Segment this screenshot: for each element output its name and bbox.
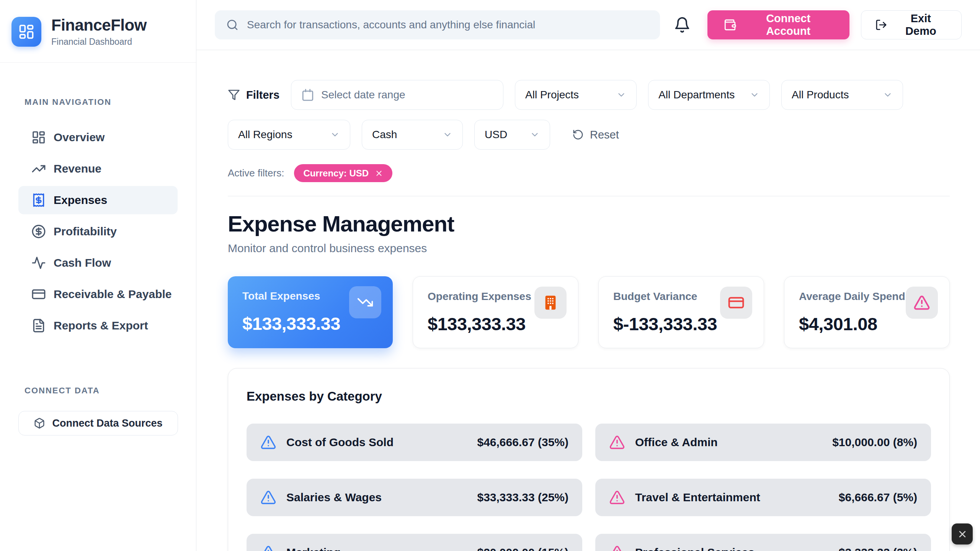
basis-select[interactable]: Cash xyxy=(362,120,463,150)
credit-card-icon xyxy=(720,287,752,319)
regions-select[interactable]: All Regions xyxy=(228,120,350,150)
category-item-professional-services: Professional Services $3,333.33 (3%) xyxy=(595,534,931,551)
sidebar: FinanceFlow Financial Dashboard MAIN NAV… xyxy=(0,0,196,551)
remove-filter-icon[interactable] xyxy=(375,169,383,178)
nav-section-heading: MAIN NAVIGATION xyxy=(0,97,196,107)
sidebar-item-label: Overview xyxy=(54,131,105,144)
category-label: Office & Admin xyxy=(635,436,718,449)
active-filter-chip-label: Currency: USD xyxy=(303,168,369,179)
filters-tag: Filters xyxy=(228,89,279,101)
active-filters-row: Active filters: Currency: USD xyxy=(228,164,950,182)
stat-card-budget-variance: Budget Variance $-133,333.33 xyxy=(598,276,764,348)
sidebar-item-label: Receivable & Payable xyxy=(54,288,172,301)
expenses-by-category-card: Expenses by Category Cost of Goods Sold … xyxy=(228,368,950,551)
alert-triangle-icon xyxy=(260,434,276,450)
products-select[interactable]: All Products xyxy=(781,80,903,110)
chevron-down-icon xyxy=(883,90,893,100)
brand: FinanceFlow Financial Dashboard xyxy=(0,0,196,63)
topbar: Connect Account Exit Demo xyxy=(196,0,980,50)
receipt-icon xyxy=(31,193,46,207)
category-value: $10,000.00 (8%) xyxy=(832,436,917,449)
brand-logo xyxy=(11,17,41,47)
page-subtitle: Monitor and control business expenses xyxy=(228,242,950,255)
category-grid: Cost of Goods Sold $46,666.67 (35%) Offi… xyxy=(247,424,931,551)
sidebar-item-revenue[interactable]: Revenue xyxy=(18,155,178,183)
connect-data-heading: CONNECT DATA xyxy=(0,386,196,396)
alert-triangle-icon xyxy=(609,434,625,450)
connect-account-button[interactable]: Connect Account xyxy=(707,10,849,39)
stat-card-average-daily-spend: Average Daily Spend $4,301.08 xyxy=(784,276,950,348)
category-value: $46,666.67 (35%) xyxy=(477,436,568,449)
sidebar-item-expenses[interactable]: Expenses xyxy=(18,186,178,214)
stat-card-operating-expenses: Operating Expenses $133,333.33 xyxy=(413,276,578,348)
filters-label: Filters xyxy=(246,89,279,101)
chevron-down-icon xyxy=(530,130,540,140)
bell-icon xyxy=(674,16,692,33)
sidebar-item-label: Reports & Export xyxy=(54,319,148,332)
trending-down-icon xyxy=(349,286,381,318)
departments-select-value: All Departments xyxy=(658,89,735,101)
regions-select-value: All Regions xyxy=(238,129,292,141)
sidebar-item-cash-flow[interactable]: Cash Flow xyxy=(18,249,178,277)
currency-select[interactable]: USD xyxy=(474,120,550,150)
trending-up-icon xyxy=(31,161,46,176)
sidebar-item-overview[interactable]: Overview xyxy=(18,123,178,152)
sidebar-item-label: Cash Flow xyxy=(54,256,111,269)
category-value: $3,333.33 (3%) xyxy=(839,546,917,551)
sidebar-item-reports-export[interactable]: Reports & Export xyxy=(18,311,178,340)
stat-cards-row: Total Expenses $133,333.33 Operating Exp… xyxy=(228,276,950,348)
stat-card-total-expenses: Total Expenses $133,333.33 xyxy=(228,276,393,348)
active-filter-chip: Currency: USD xyxy=(294,164,392,182)
page-title: Expense Management xyxy=(228,211,950,236)
sidebar-item-receivable-payable[interactable]: Receivable & Payable xyxy=(18,280,178,308)
building-icon xyxy=(534,287,567,319)
departments-select[interactable]: All Departments xyxy=(648,80,770,110)
search-input[interactable] xyxy=(247,19,648,31)
filters-row-1: Filters Select date range All Projects A… xyxy=(228,80,950,110)
connect-data-sources-label: Connect Data Sources xyxy=(52,417,162,429)
app-title: FinanceFlow xyxy=(51,16,147,34)
chevron-down-icon xyxy=(616,90,626,100)
notifications-button[interactable] xyxy=(674,14,692,36)
sidebar-item-profitability[interactable]: Profitability xyxy=(18,217,178,246)
reset-label: Reset xyxy=(590,129,619,141)
category-label: Cost of Goods Sold xyxy=(286,436,394,449)
app-tagline: Financial Dashboard xyxy=(51,37,147,47)
wallet-icon xyxy=(724,18,737,31)
credit-card-icon xyxy=(31,287,46,302)
activity-icon xyxy=(31,256,46,270)
category-item-marketing: Marketing $20,000.00 (15%) xyxy=(247,534,582,551)
category-value: $33,333.33 (25%) xyxy=(477,491,568,504)
date-range-placeholder: Select date range xyxy=(321,89,405,101)
projects-select-value: All Projects xyxy=(525,89,579,101)
exit-demo-label: Exit Demo xyxy=(894,12,947,37)
close-overlay-button[interactable] xyxy=(952,523,973,544)
category-value: $6,666.67 (5%) xyxy=(839,491,917,504)
category-card-title: Expenses by Category xyxy=(247,389,931,404)
chevron-down-icon xyxy=(330,130,340,140)
projects-select[interactable]: All Projects xyxy=(515,80,637,110)
calendar-icon xyxy=(301,88,314,101)
category-label: Salaries & Wages xyxy=(286,491,382,504)
category-item-salaries-wages: Salaries & Wages $33,333.33 (25%) xyxy=(247,479,582,516)
package-icon xyxy=(34,417,45,429)
category-item-travel-entertainment: Travel & Entertainment $6,666.67 (5%) xyxy=(595,479,931,516)
sidebar-item-label: Expenses xyxy=(54,194,107,207)
date-range-input[interactable]: Select date range xyxy=(291,80,503,110)
alert-triangle-icon xyxy=(609,489,625,505)
filter-funnel-icon xyxy=(228,89,240,101)
exit-demo-button[interactable]: Exit Demo xyxy=(861,10,962,39)
rotate-ccw-icon xyxy=(572,129,584,140)
connect-data-sources-button[interactable]: Connect Data Sources xyxy=(18,411,178,435)
basis-select-value: Cash xyxy=(372,129,397,141)
category-label: Travel & Entertainment xyxy=(635,491,760,504)
circle-dollar-icon xyxy=(31,224,46,239)
main-navigation: Overview Revenue Expenses Profitability … xyxy=(0,123,196,340)
filters-row-2: All Regions Cash USD xyxy=(228,120,950,150)
category-item-cost-of-goods-sold: Cost of Goods Sold $46,666.67 (35%) xyxy=(247,424,582,461)
dashboard-icon xyxy=(31,130,46,145)
dashboard-icon xyxy=(18,23,35,40)
sidebar-item-label: Profitability xyxy=(54,225,117,238)
reset-filters-button[interactable]: Reset xyxy=(572,129,619,141)
alert-triangle-icon xyxy=(609,544,625,551)
